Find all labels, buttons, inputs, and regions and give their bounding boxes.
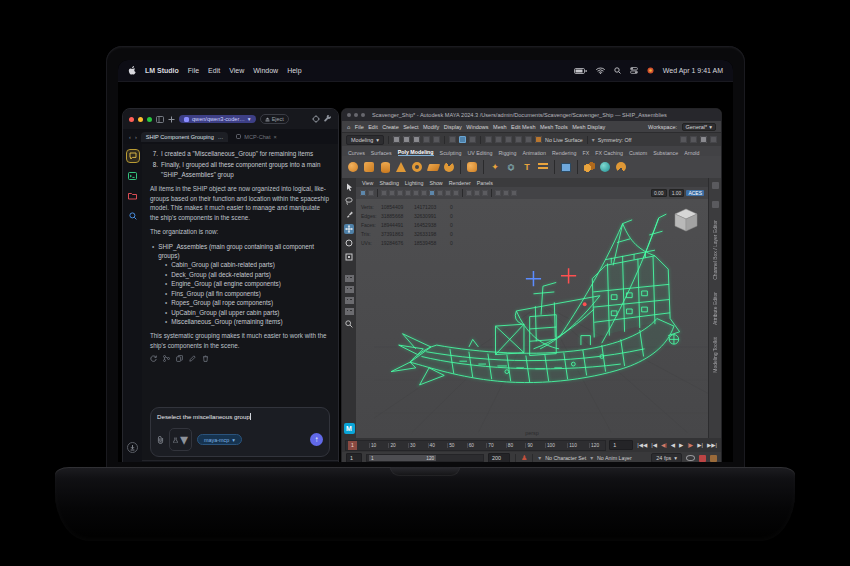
shelf-tab-poly-modeling[interactable]: Poly Modeling xyxy=(398,149,434,156)
textured-mode-icon[interactable] xyxy=(445,190,451,196)
xray-icon[interactable] xyxy=(474,190,480,196)
downloads-button[interactable] xyxy=(127,442,138,453)
poly-disc-icon[interactable] xyxy=(443,161,455,173)
layout-four-view[interactable] xyxy=(345,286,354,293)
menubar-item-file[interactable]: File xyxy=(188,67,199,74)
timeline-tick[interactable]: 30 xyxy=(408,443,415,448)
range-start-handle[interactable]: 1 xyxy=(371,456,374,461)
layout-single-pane[interactable] xyxy=(345,275,354,282)
maya-menu-modify[interactable]: Modify xyxy=(423,124,439,130)
timeline-tick[interactable]: 80 xyxy=(506,443,513,448)
layout-persp-outliner[interactable] xyxy=(345,297,354,304)
edit-icon[interactable] xyxy=(189,355,196,362)
select-camera-icon[interactable] xyxy=(360,190,366,196)
sidebar-item-chat[interactable] xyxy=(127,150,139,162)
maya-menu-mesh[interactable]: Mesh xyxy=(493,124,506,130)
search-icon[interactable] xyxy=(614,67,621,74)
panel-menu-view[interactable]: View xyxy=(362,180,373,186)
sidebar-item-discover[interactable] xyxy=(127,210,139,222)
delete-icon[interactable] xyxy=(202,355,209,362)
zoom-tool[interactable] xyxy=(344,319,354,329)
tab-ship-component-grouping[interactable]: SHIP Component Grouping xyxy=(141,132,229,142)
step-back-key-button[interactable]: ◀| xyxy=(660,442,668,448)
panel-menu-lighting[interactable]: Lighting xyxy=(405,180,424,186)
isolate-select-icon[interactable] xyxy=(466,190,472,196)
go-to-end-button[interactable]: ▶▶| xyxy=(706,442,718,448)
target-icon[interactable] xyxy=(312,115,320,123)
tab-attribute-editor[interactable]: Attribute Editor xyxy=(712,292,718,325)
maya-menu-mesh-tools[interactable]: Mesh Tools xyxy=(540,124,568,130)
minimize-window-button[interactable] xyxy=(138,117,143,122)
snap-view-plane-icon[interactable] xyxy=(525,136,532,143)
maya-menu-select[interactable]: Select xyxy=(403,124,418,130)
save-scene-icon[interactable] xyxy=(413,136,420,143)
boolean-icon[interactable] xyxy=(599,161,611,173)
exposure-field[interactable]: 0.00 xyxy=(651,189,667,197)
tools-dropdown[interactable] xyxy=(169,428,192,451)
snap-grid-icon[interactable] xyxy=(485,136,492,143)
panel-menu-panels[interactable]: Panels xyxy=(477,180,493,186)
wireframe-on-shaded-icon[interactable] xyxy=(429,190,435,196)
field-chart-icon[interactable] xyxy=(413,190,419,196)
maya-menu-edit-mesh[interactable]: Edit Mesh xyxy=(511,124,535,130)
symmetry-label[interactable]: Symmetry: Off xyxy=(598,137,632,143)
sidebar-item-my-models[interactable] xyxy=(127,190,139,202)
timeline-tick[interactable]: 20 xyxy=(388,443,395,448)
send-button[interactable] xyxy=(310,433,323,446)
lighting-mode-icon[interactable] xyxy=(453,190,459,196)
menubar-item-window[interactable]: Window xyxy=(253,67,278,74)
tab-channel-box[interactable]: Channel Box / Layer Editor xyxy=(712,220,718,280)
gamma-field[interactable]: 1.00 xyxy=(669,189,685,197)
maya-menu-file[interactable]: File xyxy=(355,124,364,130)
go-to-start-button[interactable]: |◀◀ xyxy=(636,442,648,448)
timeline-tick[interactable]: 60 xyxy=(467,443,474,448)
current-frame-field[interactable]: 1 xyxy=(609,440,633,450)
poly-sphere-icon[interactable] xyxy=(347,161,359,173)
tab-modeling-toolkit[interactable]: Modeling Toolkit xyxy=(712,337,718,373)
menubar-item-edit[interactable]: Edit xyxy=(208,67,220,74)
battery-icon[interactable] xyxy=(574,68,587,74)
poly-cube-icon[interactable] xyxy=(363,161,375,173)
chevron-down-icon[interactable] xyxy=(592,137,595,143)
lock-camera-icon[interactable] xyxy=(368,190,374,196)
sculpt-tool-icon[interactable] xyxy=(489,161,501,173)
zoom-window-button[interactable] xyxy=(147,117,152,122)
render-settings-icon[interactable] xyxy=(700,136,707,143)
platonic-solid-icon[interactable] xyxy=(466,161,478,173)
maya-menu-create[interactable]: Create xyxy=(382,124,399,130)
range-slider[interactable]: 1 1 120 200 No Character Set No Anim La xyxy=(342,452,721,462)
chat-input[interactable]: Deselect the miscellaneous group xyxy=(157,413,323,420)
nav-back-icon[interactable] xyxy=(129,134,131,140)
panel-menu-show[interactable]: Show xyxy=(429,180,442,186)
select-component-icon[interactable] xyxy=(469,136,476,143)
maya-menu-edit[interactable]: Edit xyxy=(368,124,377,130)
select-tool[interactable] xyxy=(344,182,354,192)
snap-curve-icon[interactable] xyxy=(495,136,502,143)
step-forward-frame-button[interactable]: ▶| xyxy=(696,442,704,448)
status-app-icon[interactable] xyxy=(647,67,654,74)
rotate-tool[interactable] xyxy=(344,238,354,248)
lasso-tool[interactable] xyxy=(344,196,354,206)
timeline-tick[interactable]: 50 xyxy=(447,443,454,448)
viewport-canvas[interactable]: Verts:10854409141712030 Edges:3188566832… xyxy=(356,199,708,438)
select-hierarchy-icon[interactable] xyxy=(449,136,456,143)
multi-cut-icon[interactable] xyxy=(560,161,572,173)
sidebar-item-developer[interactable] xyxy=(127,170,139,182)
paint-select-tool[interactable] xyxy=(344,210,354,220)
character-set-icon[interactable] xyxy=(521,454,527,462)
menubar-app-name[interactable]: LM Studio xyxy=(145,67,179,74)
current-frame-marker[interactable]: 1 xyxy=(348,441,357,450)
menubar-item-help[interactable]: Help xyxy=(287,67,301,74)
select-object-icon[interactable] xyxy=(459,136,466,143)
maya-menu-mesh-display[interactable]: Mesh Display xyxy=(572,124,605,130)
attachment-icon[interactable] xyxy=(157,436,164,444)
chevron-down-icon[interactable] xyxy=(538,455,541,461)
set-key-icon[interactable] xyxy=(699,455,706,462)
film-gate-icon[interactable] xyxy=(389,190,395,196)
step-back-frame-button[interactable]: |◀ xyxy=(650,442,658,448)
minimize-window-button[interactable] xyxy=(354,113,358,117)
menubar-item-view[interactable]: View xyxy=(229,67,244,74)
poly-cylinder-icon[interactable] xyxy=(379,161,391,173)
aa-toggle-icon[interactable] xyxy=(495,190,501,196)
regenerate-icon[interactable] xyxy=(150,355,157,362)
